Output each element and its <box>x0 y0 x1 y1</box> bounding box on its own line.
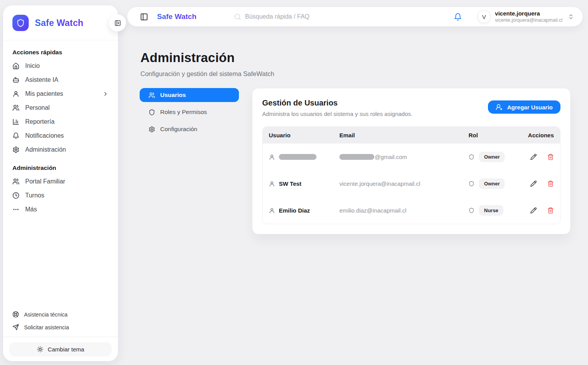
notifications-bell-icon[interactable] <box>454 13 462 21</box>
sidebar-item-inicio[interactable]: Inicio <box>12 59 109 73</box>
sidebar-item-administracion[interactable]: Administración <box>12 143 109 157</box>
gear-icon <box>12 146 19 153</box>
sidebar-item-label: Más <box>25 206 37 213</box>
chevrons-up-down-icon[interactable] <box>568 14 574 20</box>
change-theme-button[interactable]: Cambiar tema <box>9 342 112 356</box>
user-email-cell: emilio.diaz@inacapmail.cl <box>339 207 469 214</box>
sidebar-item-portal-familiar[interactable]: Portal Familiar <box>12 175 109 189</box>
home-icon <box>12 62 19 69</box>
user-name-cell: Emilio Diaz <box>279 207 310 214</box>
role-badge: Nurse <box>479 205 503 216</box>
table-row: SW Test vicente.jorquera@inacapmail.cl O… <box>263 170 560 197</box>
edit-user-button[interactable] <box>530 154 537 160</box>
add-user-label: Agregar Usuario <box>507 104 553 111</box>
brand-block: Safe Watch <box>3 5 118 40</box>
sidebar-item-asistente-ia[interactable]: Asistente IA <box>12 73 109 87</box>
person-icon <box>269 208 275 214</box>
sidebar-item-label: Personal <box>25 104 50 111</box>
footer-item-label: Asistencia técnica <box>24 311 67 318</box>
sidebar-item-label: Administración <box>25 146 66 153</box>
card-title: Gestión de Usuarios <box>262 99 413 107</box>
sidebar-collapse-button[interactable] <box>109 14 126 31</box>
change-theme-label: Cambiar tema <box>48 346 84 353</box>
tab-label: Usuarios <box>160 92 186 99</box>
delete-user-button[interactable] <box>547 180 554 187</box>
ellipsis-icon <box>12 206 19 213</box>
sidebar-item-asistencia-tecnica[interactable]: Asistencia técnica <box>12 308 109 321</box>
column-header-usuario: Usuario <box>269 132 339 138</box>
tab-label: Configuración <box>160 126 197 133</box>
sidebar-item-personal[interactable]: Personal <box>12 101 109 115</box>
role-badge: Owner <box>479 152 505 162</box>
sidebar-item-solicitar-asistencia[interactable]: Solicitar asistencia <box>12 321 109 334</box>
page-subtitle: Configuración y gestión del sistema Safe… <box>140 70 571 78</box>
main-content: Administración Configuración y gestión d… <box>127 26 571 234</box>
email-suffix: @gmail.com <box>375 154 407 160</box>
sun-icon <box>37 346 43 353</box>
delete-user-button[interactable] <box>547 154 554 160</box>
nav-heading-quick-actions: Acciones rápidas <box>12 49 109 56</box>
avatar[interactable]: V <box>477 10 491 23</box>
chevron-right-icon <box>102 91 109 97</box>
sidebar-item-label: Mis pacientes <box>25 90 97 97</box>
sidebar-item-label: Portal Familiar <box>25 178 65 185</box>
sidebar-item-mis-pacientes[interactable]: Mis pacientes <box>12 87 109 101</box>
page-title: Administración <box>140 50 571 65</box>
user-email-cell: vicente.jorquera@inacapmail.cl <box>339 180 469 187</box>
panel-left-icon[interactable] <box>140 13 148 21</box>
role-badge: Owner <box>479 178 505 189</box>
table-row: @gmail.com Owner <box>263 144 560 170</box>
user-name: vicente.jorquera <box>495 10 562 17</box>
redacted-email <box>339 154 374 160</box>
add-user-button[interactable]: Agregar Usuario <box>488 100 560 114</box>
sidebar-item-label: Reportería <box>25 118 55 125</box>
table-row: Emilio Diaz emilio.diaz@inacapmail.cl Nu… <box>263 197 560 224</box>
user-menu[interactable]: vicente.jorquera vicente.jorquera@inacap… <box>495 10 562 23</box>
gear-icon <box>149 126 155 133</box>
footer-item-label: Solicitar asistencia <box>24 324 69 330</box>
column-header-acciones: Acciones <box>525 132 554 138</box>
user-email: vicente.jorquera@inacapmail.cl <box>495 17 562 24</box>
search-input[interactable] <box>245 13 373 20</box>
column-header-rol: Rol <box>469 132 525 138</box>
shield-icon <box>469 208 474 213</box>
users-table: Usuario Email Rol Acciones @gmai <box>262 126 560 224</box>
users-table-header: Usuario Email Rol Acciones <box>263 127 560 144</box>
edit-user-button[interactable] <box>530 207 537 214</box>
sidebar-item-notificaciones[interactable]: Notificaciones <box>12 129 109 143</box>
tab-usuarios[interactable]: Usuarios <box>140 88 239 102</box>
users-icon <box>12 178 19 185</box>
topbar-right: V vicente.jorquera vicente.jorquera@inac… <box>454 10 583 23</box>
shield-icon <box>149 109 155 116</box>
user-management-card: Gestión de Usuarios Administra los usuar… <box>252 88 571 234</box>
sidebar-item-label: Turnos <box>25 192 44 199</box>
sidebar-item-mas[interactable]: Más <box>12 202 109 216</box>
user-plus-icon <box>496 104 503 111</box>
bell-icon <box>12 132 19 139</box>
tab-roles-permisos[interactable]: Roles y Permisos <box>140 105 239 119</box>
panel-left-close-icon <box>114 20 121 26</box>
search-icon <box>234 13 241 21</box>
delete-user-button[interactable] <box>547 207 554 214</box>
tab-configuracion[interactable]: Configuración <box>140 122 239 136</box>
users-icon <box>12 104 19 111</box>
topbar-brand: Safe Watch <box>157 12 197 21</box>
user-icon <box>12 90 19 97</box>
avatar-initial: V <box>482 14 486 20</box>
sidebar-footer-divider <box>3 337 118 337</box>
edit-user-button[interactable] <box>530 180 537 187</box>
shield-icon <box>469 181 474 187</box>
sidebar-nav: Acciones rápidas Inicio Asistente IA Mis… <box>3 40 118 216</box>
sidebar-item-label: Asistente IA <box>25 76 58 83</box>
admin-tabs: Usuarios Roles y Permisos Configuración <box>140 88 239 139</box>
tab-label: Roles y Permisos <box>160 109 207 116</box>
redacted-username <box>279 154 316 160</box>
bot-icon <box>12 76 19 83</box>
brand-shield-icon <box>12 15 29 31</box>
search-box[interactable] <box>234 13 373 21</box>
sidebar-item-label: Notificaciones <box>25 132 64 139</box>
sidebar-item-turnos[interactable]: Turnos <box>12 189 109 202</box>
sidebar-item-reporteria[interactable]: Reportería <box>12 115 109 129</box>
send-icon <box>12 324 19 330</box>
card-subtitle: Administra los usuarios del sistema y su… <box>262 111 413 117</box>
